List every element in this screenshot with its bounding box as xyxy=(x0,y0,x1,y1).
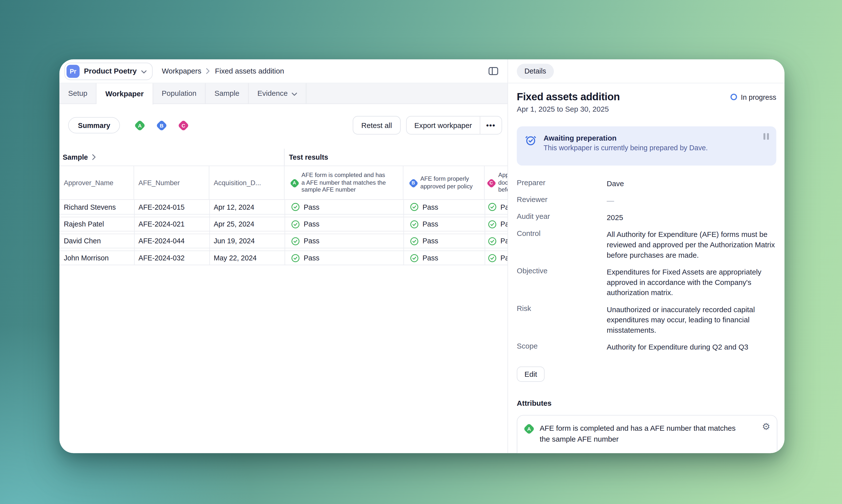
column-header-test-c[interactable]: C App docu befo xyxy=(485,166,508,199)
details-content: Fixed assets addition In progress Apr 1,… xyxy=(508,84,784,382)
cell-afe-number: AFE-2024-015 xyxy=(134,200,209,214)
side-panel-toggle-icon[interactable] xyxy=(486,64,501,79)
attribute-text: AFE form is completed and has a AFE numb… xyxy=(540,423,757,453)
workspace-switcher[interactable]: Pr Product Poetry xyxy=(65,62,153,80)
tab-sample[interactable]: Sample xyxy=(206,84,248,104)
column-header-test-b[interactable]: B AFE form properly approved per policy xyxy=(403,166,485,199)
retest-all-button[interactable]: Retest all xyxy=(353,116,401,135)
chevron-down-icon xyxy=(291,92,297,95)
cell-afe-number: AFE-2024-032 xyxy=(134,251,209,265)
pass-check-icon xyxy=(291,253,300,262)
result-label: Pass xyxy=(500,203,508,211)
cell-acquisition-date: Apr 25, 2024 xyxy=(209,217,285,231)
cell-afe-number: AFE-2024-044 xyxy=(134,234,209,248)
summary-button[interactable]: Summary xyxy=(68,117,120,133)
field-value: Unauthorized or inaccurately recorded ca… xyxy=(607,305,776,336)
pass-check-icon xyxy=(410,237,418,245)
details-panel: Details Fixed assets addition In progres… xyxy=(508,59,784,453)
detail-fields: Preparer Dave Reviewer — Audit year 2025… xyxy=(517,179,776,353)
field-label: Preparer xyxy=(517,179,607,189)
column-header-acquisition-date[interactable]: Acquisition_D... xyxy=(209,166,285,199)
tab-details[interactable]: Details xyxy=(517,64,554,79)
field-label: Risk xyxy=(517,305,607,336)
test-c-badge: C xyxy=(486,178,496,188)
detail-field: Scope Authority for Expenditure during Q… xyxy=(517,342,776,353)
attribute-card[interactable]: A AFE form is completed and has a AFE nu… xyxy=(517,415,777,453)
column-header-afe-number[interactable]: AFE_Number xyxy=(134,166,209,199)
status-badge[interactable]: In progress xyxy=(731,93,776,101)
field-label: Scope xyxy=(517,342,607,353)
cell-approver: Richard Stevens xyxy=(59,200,134,214)
tab-evidence[interactable]: Evidence xyxy=(249,84,306,104)
workspace-logo: Pr xyxy=(66,65,80,78)
pause-icon[interactable] xyxy=(763,133,769,140)
pass-check-icon xyxy=(291,202,300,211)
table-row[interactable]: John Morrison AFE-2024-032 May 22, 2024 … xyxy=(59,251,508,265)
field-value: — xyxy=(607,196,776,206)
field-label: Reviewer xyxy=(517,196,607,206)
pass-check-icon xyxy=(488,237,497,245)
detail-field: Reviewer — xyxy=(517,196,776,206)
pass-check-icon xyxy=(291,220,300,229)
table-group-header: Sample Test results xyxy=(59,149,508,166)
breadcrumb-parent[interactable]: Workpapers xyxy=(162,67,202,75)
table-row[interactable]: Rajesh Patel AFE-2024-021 Apr 25, 2024 P… xyxy=(59,217,508,232)
banner-message: This workpaper is currently being prepar… xyxy=(544,144,708,152)
alarm-check-icon xyxy=(524,134,537,158)
detail-field: Control All Authority for Expenditure (A… xyxy=(517,229,776,260)
cell-acquisition-date: Apr 12, 2024 xyxy=(209,200,285,214)
result-label: Pass xyxy=(304,254,320,262)
pass-check-icon xyxy=(291,237,300,245)
cell-approver: John Morrison xyxy=(59,251,134,265)
pass-check-icon xyxy=(410,202,418,211)
result-label: Pass xyxy=(304,220,320,228)
more-options-button[interactable]: ••• xyxy=(480,116,501,134)
badge-a[interactable]: A xyxy=(134,120,146,131)
test-results-group-header: Test results xyxy=(285,149,328,166)
test-b-badge: B xyxy=(408,178,418,188)
result-label: Pass xyxy=(500,237,508,245)
tab-workpaper[interactable]: Workpaper xyxy=(97,84,153,105)
table-body: Richard Stevens AFE-2024-015 Apr 12, 202… xyxy=(59,200,508,265)
badge-c[interactable]: C xyxy=(178,120,190,131)
column-divider xyxy=(403,200,404,265)
table-row[interactable]: David Chen AFE-2024-044 Jun 19, 2024 Pas… xyxy=(59,234,508,248)
chevron-right-icon xyxy=(92,154,96,160)
pass-check-icon xyxy=(488,220,497,229)
badge-b[interactable]: B xyxy=(156,120,168,131)
detail-field: Risk Unauthorized or inaccurately record… xyxy=(517,305,776,336)
cell-afe-number: AFE-2024-021 xyxy=(134,217,209,231)
pass-check-icon xyxy=(488,202,497,211)
column-divider xyxy=(285,200,285,265)
table-row[interactable]: Richard Stevens AFE-2024-015 Apr 12, 202… xyxy=(59,200,508,214)
details-header: Details xyxy=(508,59,784,84)
result-label: Pass xyxy=(500,254,508,262)
result-label: Pass xyxy=(304,203,320,211)
breadcrumb-current: Fixed assets addition xyxy=(215,67,284,75)
pass-check-icon xyxy=(410,253,418,262)
desktop-background: Pr Product Poetry Workpapers Fixed asset… xyxy=(0,0,842,504)
app-window: Pr Product Poetry Workpapers Fixed asset… xyxy=(59,59,785,453)
toolbar: Summary A B C Retest all Export workpape… xyxy=(59,116,508,135)
column-header-test-a[interactable]: A AFE form is completed and has a AFE nu… xyxy=(285,166,403,199)
awaiting-preparation-banner: Awaiting preperation This workpaper is c… xyxy=(517,126,776,165)
column-header-approver-name[interactable]: Approver_Name xyxy=(59,166,134,199)
edit-button[interactable]: Edit xyxy=(517,366,545,382)
tab-population[interactable]: Population xyxy=(153,84,206,104)
gear-icon[interactable]: ⚙ xyxy=(762,421,770,432)
field-value: All Authority for Expenditure (AFE) form… xyxy=(607,229,776,260)
detail-field: Audit year 2025 xyxy=(517,212,776,223)
field-value: 2025 xyxy=(607,212,776,223)
export-workpaper-button[interactable]: Export workpaper xyxy=(407,116,480,134)
column-divider xyxy=(134,200,135,265)
sample-group-header[interactable]: Sample xyxy=(59,149,285,166)
chevron-down-icon xyxy=(141,70,147,73)
tab-setup[interactable]: Setup xyxy=(59,84,97,104)
pass-check-icon xyxy=(488,253,497,262)
field-label: Audit year xyxy=(517,212,607,223)
attribute-a-badge: A xyxy=(523,423,535,435)
test-a-badge: A xyxy=(290,178,299,188)
detail-field: Preparer Dave xyxy=(517,179,776,189)
result-label: Pass xyxy=(500,220,508,228)
export-split-button: Export workpaper ••• xyxy=(406,116,502,135)
